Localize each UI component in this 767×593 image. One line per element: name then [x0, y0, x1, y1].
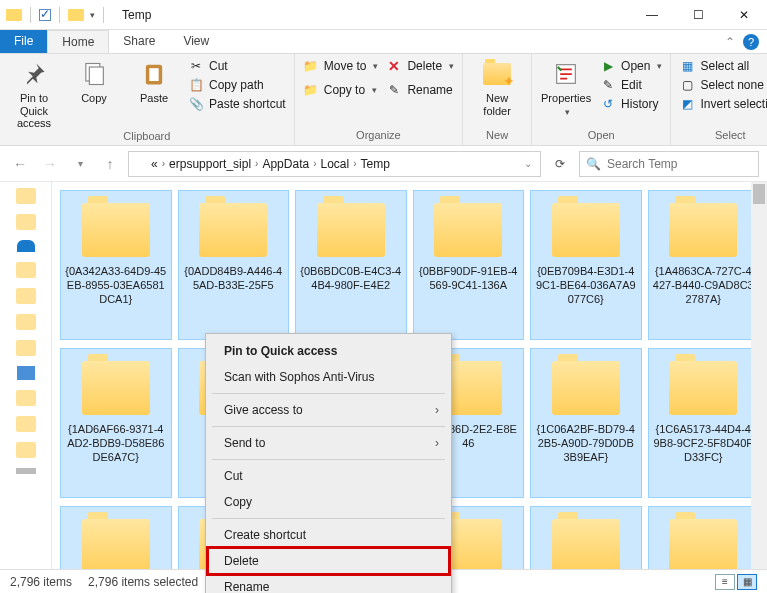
folder-item[interactable]: {1A4863CA-727C-4427-B440-C9AD8C32787A} — [648, 190, 760, 340]
open-button[interactable]: ▶Open▾ — [600, 58, 662, 74]
folder-item[interactable]: {1C6A5173-44D4-49B8-9CF2-5F8D40FD33FC} — [648, 348, 760, 498]
copy-path-button[interactable]: 📋Copy path — [188, 77, 286, 93]
folder-icon — [669, 203, 737, 257]
folder-item[interactable]: {1C06A2BF-BD79-42B5-A90D-79D0DB3B9EAF} — [530, 348, 642, 498]
sidebar-item[interactable] — [16, 214, 36, 230]
sidebar-item[interactable] — [16, 468, 36, 474]
onedrive-icon[interactable] — [17, 240, 35, 252]
folder-item[interactable]: {1AD6AF66-9371-4AD2-BDB9-D58E86DE6A7C} — [60, 348, 172, 498]
qat-checkbox[interactable] — [39, 9, 51, 21]
folder-item[interactable] — [648, 506, 760, 569]
paste-button[interactable]: Paste — [128, 58, 180, 105]
search-box[interactable]: 🔍 — [579, 151, 759, 177]
ctx-delete[interactable]: Delete — [208, 548, 449, 574]
select-all-button[interactable]: ▦Select all — [679, 58, 767, 74]
folder-icon — [434, 203, 502, 257]
folder-name: {0EB709B4-E3D1-49C1-BE64-036A7A9077C6} — [535, 265, 637, 306]
sidebar-item[interactable] — [16, 390, 36, 406]
window-title: Temp — [114, 8, 151, 22]
copy-path-icon: 📋 — [188, 77, 204, 93]
select-none-icon: ▢ — [679, 77, 695, 93]
folder-item[interactable]: {0ADD84B9-A446-45AD-B33E-25F5 — [178, 190, 290, 340]
sidebar-item[interactable] — [16, 314, 36, 330]
folder-name: {1AD6AF66-9371-4AD2-BDB9-D58E86DE6A7C} — [65, 423, 167, 464]
refresh-button[interactable]: ⟳ — [547, 151, 573, 177]
vertical-scrollbar[interactable] — [751, 182, 767, 569]
group-label-clipboard: Clipboard — [8, 130, 286, 143]
nav-forward-button[interactable]: → — [38, 152, 62, 176]
ctx-scan-antivirus[interactable]: Scan with Sophos Anti-Virus — [208, 364, 449, 390]
invert-selection-button[interactable]: ◩Invert selection — [679, 96, 767, 112]
nav-up-button[interactable]: ↑ — [98, 152, 122, 176]
nav-back-button[interactable]: ← — [8, 152, 32, 176]
crumb-0[interactable]: «› — [151, 157, 165, 171]
ctx-send-to[interactable]: Send to› — [208, 430, 449, 456]
folder-item[interactable]: {0BBF90DF-91EB-4569-9C41-136A — [413, 190, 525, 340]
nav-recent-button[interactable]: ▾ — [68, 152, 92, 176]
ctx-create-shortcut[interactable]: Create shortcut — [208, 522, 449, 548]
tab-view[interactable]: View — [169, 30, 223, 53]
tab-file[interactable]: File — [0, 30, 47, 53]
edit-button[interactable]: ✎Edit — [600, 77, 662, 93]
history-button[interactable]: ↺History — [600, 96, 662, 112]
close-button[interactable]: ✕ — [721, 0, 767, 30]
pin-quick-access-button[interactable]: Pin to Quick access — [8, 58, 60, 130]
qat-folder-icon[interactable] — [68, 9, 84, 21]
sidebar-item[interactable] — [16, 442, 36, 458]
help-icon[interactable]: ? — [743, 34, 759, 50]
paste-label: Paste — [140, 92, 168, 105]
group-label-select: Select — [679, 129, 767, 143]
ribbon-collapse-icon[interactable]: ⌃ — [725, 35, 735, 49]
app-icon — [6, 9, 22, 21]
icons-view-button[interactable]: ▦ — [737, 574, 757, 590]
group-label-open: Open — [540, 129, 662, 143]
pin-icon — [18, 58, 50, 90]
folder-item[interactable]: {0EB709B4-E3D1-49C1-BE64-036A7A9077C6} — [530, 190, 642, 340]
new-folder-button[interactable]: ✦ New folder — [471, 58, 523, 117]
sidebar-item[interactable] — [16, 340, 36, 356]
move-to-button[interactable]: 📁Move to▾ — [303, 58, 379, 74]
sidebar-item[interactable] — [16, 416, 36, 432]
maximize-button[interactable]: ☐ — [675, 0, 721, 30]
this-pc-icon[interactable] — [17, 366, 35, 380]
ctx-rename[interactable]: Rename — [208, 574, 449, 593]
folder-icon — [82, 203, 150, 257]
scrollbar-thumb[interactable] — [753, 184, 765, 204]
crumb-1[interactable]: erpsupport_sipl› — [169, 157, 258, 171]
address-dropdown[interactable]: ⌄ — [524, 158, 536, 169]
copy-to-button[interactable]: 📁Copy to▾ — [303, 82, 379, 98]
ctx-cut[interactable]: Cut — [208, 463, 449, 489]
folder-item[interactable]: {0A342A33-64D9-45EB-8955-03EA6581DCA1} — [60, 190, 172, 340]
address-bar[interactable]: «› erpsupport_sipl› AppData› Local› Temp… — [128, 151, 541, 177]
select-none-button[interactable]: ▢Select none — [679, 77, 767, 93]
ctx-copy[interactable]: Copy — [208, 489, 449, 515]
ctx-give-access-to[interactable]: Give access to› — [208, 397, 449, 423]
sidebar-item[interactable] — [16, 188, 36, 204]
ctx-pin-quick-access[interactable]: Pin to Quick access — [208, 338, 449, 364]
crumb-4[interactable]: Temp — [361, 157, 390, 171]
delete-button[interactable]: ✕Delete▾ — [386, 58, 454, 74]
navigation-bar: ← → ▾ ↑ «› erpsupport_sipl› AppData› Loc… — [0, 146, 767, 182]
crumb-2[interactable]: AppData› — [262, 157, 316, 171]
sidebar-item[interactable] — [16, 262, 36, 278]
nav-pane[interactable] — [0, 182, 52, 569]
tab-home[interactable]: Home — [47, 30, 109, 53]
qat-dropdown[interactable]: ▾ — [90, 10, 95, 20]
details-view-button[interactable]: ≡ — [715, 574, 735, 590]
properties-button[interactable]: Properties▾ — [540, 58, 592, 117]
folder-name: {0B6BDC0B-E4C3-44B4-980F-E4E2 — [300, 265, 402, 293]
search-input[interactable] — [607, 157, 757, 171]
properties-icon — [550, 58, 582, 90]
folder-item[interactable]: {0B6BDC0B-E4C3-44B4-980F-E4E2 — [295, 190, 407, 340]
crumb-3[interactable]: Local› — [320, 157, 356, 171]
folder-item[interactable] — [530, 506, 642, 569]
copy-button[interactable]: Copy — [68, 58, 120, 105]
rename-button[interactable]: ✎Rename — [386, 82, 454, 98]
sidebar-item[interactable] — [16, 288, 36, 304]
minimize-button[interactable]: — — [629, 0, 675, 30]
cut-button[interactable]: ✂Cut — [188, 58, 286, 74]
paste-shortcut-button[interactable]: 📎Paste shortcut — [188, 96, 286, 112]
tab-share[interactable]: Share — [109, 30, 169, 53]
folder-item[interactable] — [60, 506, 172, 569]
pin-label: Pin to Quick access — [8, 92, 60, 130]
